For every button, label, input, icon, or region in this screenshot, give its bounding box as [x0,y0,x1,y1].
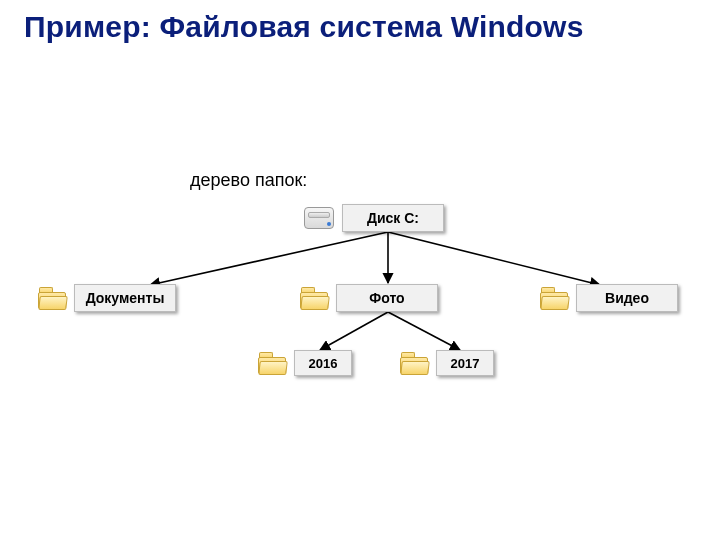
folder-icon [400,352,428,374]
folder-label: Фото [336,284,438,312]
subtitle-label: дерево папок: [190,170,307,191]
hard-drive-icon [304,207,334,229]
folder-node-photo: Фото [300,284,438,312]
folder-label: 2016 [294,350,352,376]
folder-label: Документы [74,284,176,312]
slide-title: Пример: Файловая система Windows [24,10,584,44]
folder-node-2017: 2017 [400,350,494,376]
folder-icon [258,352,286,374]
folder-node-documents: Документы [38,284,176,312]
connector-arrows [0,0,720,540]
diagram-stage: Пример: Файловая система Windows дерево … [0,0,720,540]
svg-line-0 [150,232,388,285]
folder-icon [300,287,328,309]
svg-line-3 [320,312,388,350]
folder-node-2016: 2016 [258,350,352,376]
svg-line-4 [388,312,460,350]
folder-node-video: Видео [540,284,678,312]
root-node: Диск C: [304,204,444,232]
folder-label: Видео [576,284,678,312]
svg-line-2 [388,232,600,285]
folder-icon [540,287,568,309]
root-label-box: Диск C: [342,204,444,232]
folder-label: 2017 [436,350,494,376]
folder-icon [38,287,66,309]
